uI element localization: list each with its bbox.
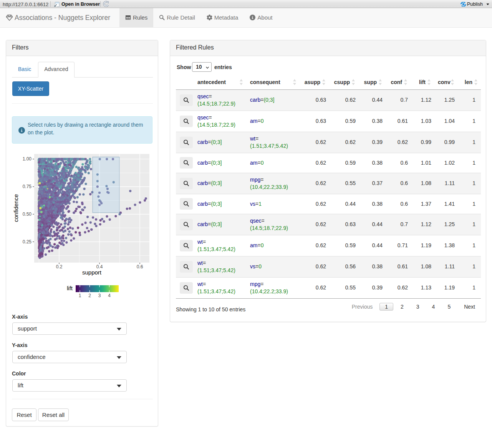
svg-text:0.2: 0.2 bbox=[56, 264, 63, 269]
svg-text:0.4: 0.4 bbox=[96, 264, 103, 269]
svg-text:1: 1 bbox=[79, 293, 81, 298]
svg-text:lift: lift bbox=[67, 285, 73, 291]
svg-text:4: 4 bbox=[108, 293, 111, 298]
svg-text:support: support bbox=[82, 269, 102, 276]
svg-text:0.6: 0.6 bbox=[137, 264, 143, 269]
svg-text:3: 3 bbox=[98, 293, 101, 298]
svg-text:0.75: 0.75 bbox=[23, 184, 32, 189]
svg-text:1.00: 1.00 bbox=[23, 156, 32, 162]
svg-text:0.50: 0.50 bbox=[23, 212, 32, 217]
svg-text:0.25: 0.25 bbox=[23, 239, 32, 245]
svg-text:2: 2 bbox=[88, 293, 91, 298]
svg-text:confidence: confidence bbox=[13, 194, 19, 222]
